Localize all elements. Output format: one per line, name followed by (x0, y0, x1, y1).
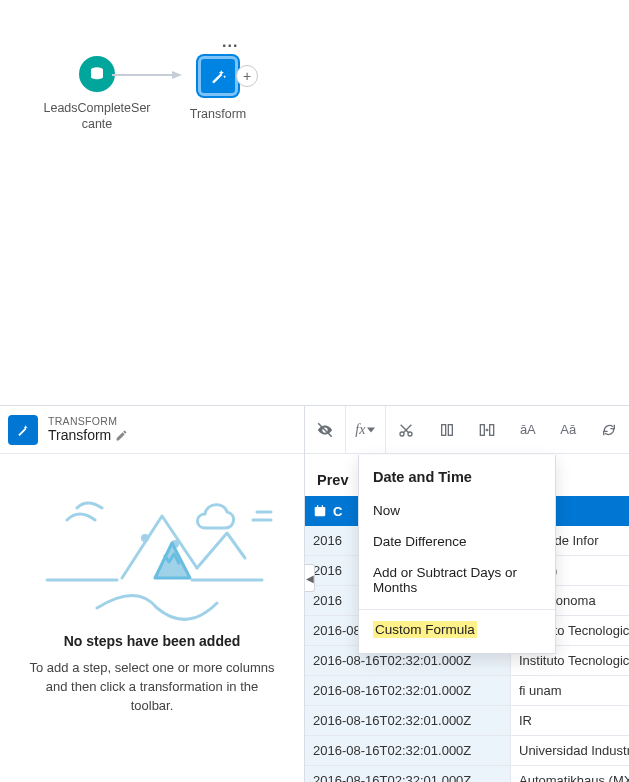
svg-rect-8 (442, 424, 446, 435)
svg-rect-15 (322, 505, 323, 508)
svg-rect-10 (481, 424, 485, 435)
cell-created: 2016-08-16T02:32:01.000Z (305, 766, 511, 782)
column-header-created-label: C (333, 504, 342, 519)
svg-rect-11 (490, 424, 494, 435)
svg-rect-9 (448, 424, 452, 435)
table-row[interactable]: 2016-08-16T02:32:01.000ZIR (305, 706, 629, 736)
details-panel: TRANSFORM Transform (0, 405, 629, 782)
lowercase-button[interactable]: Aā (548, 406, 588, 453)
cell-created: 2016-08-16T02:32:01.000Z (305, 736, 511, 765)
flow-canvas[interactable]: ... LeadsCompleteSercante Transform + (0, 0, 629, 405)
cell-company: IR (511, 713, 629, 728)
formula-dropdown: Date and Time Now Date Difference Add or… (358, 455, 556, 654)
cell-company: fi unam (511, 683, 629, 698)
panel-header-small: TRANSFORM (48, 416, 128, 428)
cell-company: Instituto Tecnologico d (511, 653, 629, 668)
empty-state: No steps have been added To add a step, … (0, 454, 304, 782)
table-row[interactable]: 2016-08-16T02:32:01.000Zfi unam (305, 676, 629, 706)
svg-rect-14 (317, 505, 318, 508)
menu-item-add-subtract-days[interactable]: Add or Subtract Days or Months (359, 557, 555, 603)
tab-preview[interactable]: Prev (317, 472, 348, 496)
refresh-icon[interactable] (589, 406, 629, 453)
steps-column: TRANSFORM Transform (0, 406, 305, 782)
connector-arrow-icon (112, 71, 182, 79)
svg-rect-13 (315, 507, 326, 510)
menu-item-now[interactable]: Now (359, 495, 555, 526)
dataset-icon (79, 56, 115, 92)
preview-column: fx āA Aā Prev C (305, 406, 629, 782)
table-row[interactable]: 2016-08-16T02:32:01.000ZUniversidad Indu… (305, 736, 629, 766)
table-row[interactable]: 2016-08-16T02:32:01.000ZAutomatikhaus (M… (305, 766, 629, 782)
pencil-icon[interactable] (115, 429, 128, 442)
cell-company: Automatikhaus (MX) (511, 773, 629, 782)
menu-item-custom-formula[interactable]: Custom Formula (359, 614, 555, 645)
empty-state-description: To add a step, select one or more column… (16, 659, 288, 716)
dropdown-separator (359, 609, 555, 610)
cell-company: Universidad Industrial (511, 743, 629, 758)
wand-icon (8, 415, 38, 445)
split-icon[interactable] (467, 406, 507, 453)
node-actions-menu-button[interactable]: ... (222, 33, 238, 51)
add-node-button[interactable]: + (236, 65, 258, 87)
cell-created: 2016-08-16T02:32:01.000Z (305, 706, 511, 735)
svg-point-3 (141, 534, 149, 542)
source-node-label: LeadsCompleteSercante (42, 100, 152, 133)
cut-icon[interactable] (386, 406, 426, 453)
source-node[interactable]: LeadsCompleteSercante (42, 56, 152, 133)
menu-item-date-difference[interactable]: Date Difference (359, 526, 555, 557)
panel-title: Transform (48, 428, 111, 443)
cell-created: 2016-08-16T02:32:01.000Z (305, 676, 511, 705)
columns-icon[interactable] (427, 406, 467, 453)
mountain-illustration-icon (27, 478, 277, 623)
empty-state-title: No steps have been added (64, 633, 241, 649)
panel-header: TRANSFORM Transform (0, 406, 304, 454)
formula-button[interactable]: fx (346, 406, 387, 453)
hide-icon[interactable] (305, 406, 346, 453)
calendar-icon (313, 504, 327, 518)
dropdown-title: Date and Time (359, 455, 555, 495)
expand-preview-button[interactable]: ◀ (305, 564, 315, 592)
wand-icon (198, 56, 238, 96)
transform-toolbar: fx āA Aā (305, 406, 629, 454)
fx-label: fx (355, 422, 365, 438)
uppercase-button[interactable]: āA (508, 406, 548, 453)
transform-node-label: Transform (178, 106, 258, 122)
